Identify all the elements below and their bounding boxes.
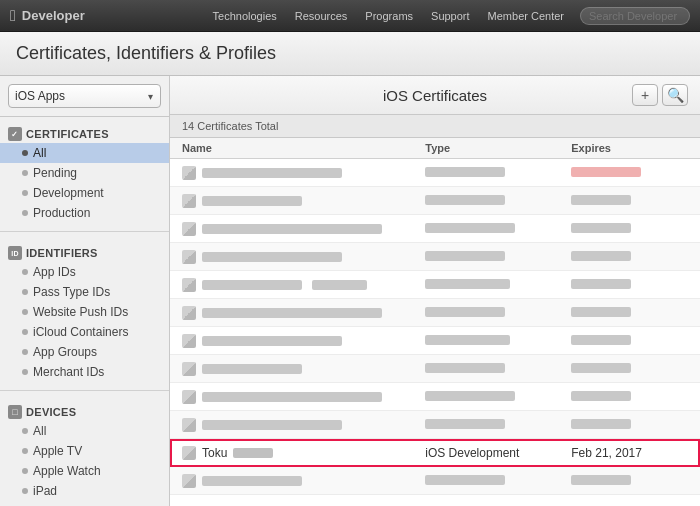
column-header-expires: Expires — [571, 142, 688, 154]
cell-type — [425, 222, 571, 236]
sidebar-item-merchant-ids[interactable]: Merchant IDs — [0, 362, 169, 382]
blurred-name — [202, 168, 342, 178]
dot-icon — [22, 369, 28, 375]
blurred-type — [425, 251, 505, 261]
sidebar: iOS Apps macOS tvOS watchOS ▾ ✓ Certific… — [0, 76, 170, 506]
table-row[interactable] — [170, 383, 700, 411]
cert-icon — [182, 278, 196, 292]
cell-name — [182, 306, 425, 320]
blurred-name — [202, 252, 342, 262]
nav-link-technologies[interactable]: Technologies — [213, 10, 277, 22]
cert-icon — [182, 418, 196, 432]
blurred-expires — [571, 419, 631, 429]
platform-select[interactable]: iOS Apps macOS tvOS watchOS — [8, 84, 161, 108]
blurred-type — [425, 419, 505, 429]
blurred-name — [202, 196, 302, 206]
cert-icon — [182, 166, 196, 180]
blurred-type — [425, 475, 505, 485]
blurred-name-suffix — [233, 448, 273, 458]
certificate-type: iOS Development — [425, 446, 519, 460]
sidebar-item-devices-iphone[interactable]: iPhone — [0, 501, 169, 506]
blurred-name-2 — [312, 280, 367, 290]
nav-link-programs[interactable]: Programs — [365, 10, 413, 22]
nav-link-resources[interactable]: Resources — [295, 10, 348, 22]
column-header-name: Name — [182, 142, 425, 154]
nav-link-support[interactable]: Support — [431, 10, 470, 22]
table-row[interactable] — [170, 355, 700, 383]
dot-icon — [22, 448, 28, 454]
sidebar-item-devices-all[interactable]: All — [0, 421, 169, 441]
cell-name — [182, 194, 425, 208]
sidebar-item-website-push-ids[interactable]: Website Push IDs — [0, 302, 169, 322]
sidebar-item-certs-pending[interactable]: Pending — [0, 163, 169, 183]
table-row-selected[interactable]: Toku iOS Development Feb 21, 2017 — [170, 439, 700, 467]
table-row[interactable] — [170, 243, 700, 271]
cell-type — [425, 194, 571, 208]
top-navigation:  Developer Technologies Resources Progr… — [0, 0, 700, 32]
sidebar-item-devices-applewatch[interactable]: Apple Watch — [0, 461, 169, 481]
nav-brand: Developer — [22, 8, 85, 23]
blurred-expires — [571, 363, 631, 373]
main-layout: iOS Apps macOS tvOS watchOS ▾ ✓ Certific… — [0, 76, 700, 506]
sidebar-item-devices-ipad[interactable]: iPad — [0, 481, 169, 501]
blurred-name — [202, 364, 302, 374]
cert-icon — [182, 194, 196, 208]
sidebar-item-app-ids[interactable]: App IDs — [0, 262, 169, 282]
table-body: Toku iOS Development Feb 21, 2017 — [170, 159, 700, 506]
sidebar-item-certs-production[interactable]: Production — [0, 203, 169, 223]
blurred-type — [425, 223, 515, 233]
header-buttons: + 🔍 — [632, 84, 688, 106]
dot-icon — [22, 349, 28, 355]
certificate-expires: Feb 21, 2017 — [571, 446, 642, 460]
cell-type — [425, 306, 571, 320]
dot-icon — [22, 170, 28, 176]
sidebar-section-identifiers: ID Identifiers App IDs Pass Type IDs Web… — [0, 236, 169, 386]
blurred-expires — [571, 391, 631, 401]
column-header-type: Type — [425, 142, 571, 154]
identifiers-icon: ID — [8, 246, 22, 260]
add-certificate-button[interactable]: + — [632, 84, 658, 106]
page-title: Certificates, Identifiers & Profiles — [16, 43, 276, 64]
search-certificates-button[interactable]: 🔍 — [662, 84, 688, 106]
search-icon: 🔍 — [667, 87, 684, 103]
blurred-name — [202, 420, 342, 430]
search-input[interactable] — [580, 7, 690, 25]
table-row[interactable] — [170, 467, 700, 495]
sidebar-item-pass-type-ids[interactable]: Pass Type IDs — [0, 282, 169, 302]
cell-expires: Feb 21, 2017 — [571, 446, 688, 460]
table-row[interactable] — [170, 411, 700, 439]
dot-icon — [22, 269, 28, 275]
sidebar-item-icloud-containers[interactable]: iCloud Containers — [0, 322, 169, 342]
blurred-name — [202, 308, 382, 318]
cell-type — [425, 474, 571, 488]
cert-icon — [182, 334, 196, 348]
dot-icon — [22, 488, 28, 494]
blurred-expires — [571, 335, 631, 345]
table-row[interactable] — [170, 299, 700, 327]
sidebar-item-certs-development[interactable]: Development — [0, 183, 169, 203]
cell-expires — [571, 222, 688, 236]
cert-icon — [182, 222, 196, 236]
nav-link-member-center[interactable]: Member Center — [488, 10, 564, 22]
cell-expires — [571, 362, 688, 376]
cell-expires — [571, 194, 688, 208]
blurred-type — [425, 391, 515, 401]
blurred-expires — [571, 279, 631, 289]
sidebar-item-app-groups[interactable]: App Groups — [0, 342, 169, 362]
sidebar-section-header-devices: □ Devices — [0, 403, 169, 421]
table-row[interactable] — [170, 159, 700, 187]
sidebar-item-certs-all[interactable]: All — [0, 143, 169, 163]
table-row[interactable] — [170, 215, 700, 243]
blurred-type — [425, 335, 510, 345]
apple-logo-icon:  — [10, 7, 16, 25]
table-row[interactable] — [170, 327, 700, 355]
blurred-type — [425, 167, 505, 177]
cert-icon — [182, 474, 196, 488]
table-row[interactable] — [170, 187, 700, 215]
blurred-expires — [571, 251, 631, 261]
table-row[interactable] — [170, 271, 700, 299]
blurred-expires — [571, 167, 641, 177]
cell-name — [182, 222, 425, 236]
blurred-name — [202, 392, 382, 402]
sidebar-item-devices-appletv[interactable]: Apple TV — [0, 441, 169, 461]
